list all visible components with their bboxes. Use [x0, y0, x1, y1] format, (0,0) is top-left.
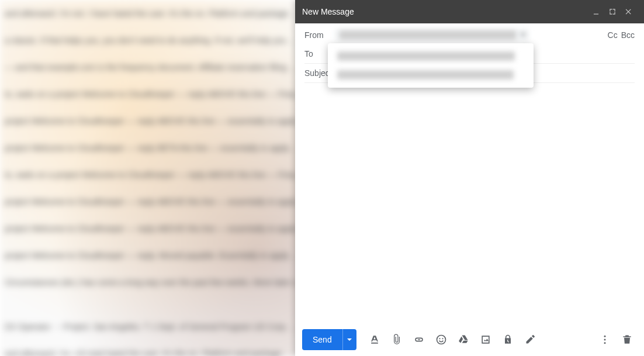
- more-vert-icon: [599, 334, 611, 345]
- compose-title: New Message: [302, 7, 588, 16]
- from-option[interactable]: redacted-contact <redacted.two@example.c…: [328, 65, 534, 84]
- fullscreen-icon: [608, 8, 617, 16]
- pen-icon: [524, 334, 536, 345]
- from-address-dropdown[interactable]: redacted-contact <redacted.one@example.c…: [328, 43, 534, 88]
- from-value[interactable]: redacted-sender <redacted@redacted.examp…: [335, 29, 608, 42]
- insert-link-button[interactable]: [409, 330, 429, 350]
- from-label: From: [304, 30, 335, 40]
- compose-toolbar: Send: [295, 323, 644, 356]
- bcc-toggle[interactable]: Bcc: [621, 30, 635, 40]
- minimize-icon: [592, 8, 600, 16]
- attach-button[interactable]: [387, 330, 407, 350]
- insert-photo-button[interactable]: [476, 330, 496, 350]
- text-format-icon: [369, 334, 380, 345]
- confidential-mode-button[interactable]: [498, 330, 518, 350]
- fullscreen-button[interactable]: [604, 4, 621, 20]
- paperclip-icon: [391, 334, 403, 345]
- svg-point-3: [604, 336, 606, 337]
- link-icon: [413, 334, 425, 345]
- compose-header-fields: From redacted-sender <redacted@redacted.…: [295, 23, 644, 83]
- svg-point-1: [439, 338, 440, 339]
- send-button[interactable]: Send: [302, 329, 342, 350]
- compose-titlebar: New Message: [295, 0, 644, 23]
- emoji-icon: [435, 334, 447, 345]
- from-field[interactable]: From redacted-sender <redacted@redacted.…: [304, 26, 635, 44]
- insert-emoji-button[interactable]: [431, 330, 451, 350]
- from-option[interactable]: redacted-contact <redacted.one@example.c…: [328, 47, 534, 65]
- minimize-button[interactable]: [588, 4, 604, 20]
- send-options-button[interactable]: [342, 329, 356, 350]
- formatting-button[interactable]: [365, 330, 385, 350]
- photo-icon: [480, 334, 491, 345]
- cc-toggle[interactable]: Cc: [608, 30, 618, 40]
- compose-body[interactable]: [295, 83, 644, 323]
- close-icon: [625, 8, 633, 16]
- svg-point-0: [437, 336, 445, 344]
- drive-icon: [458, 334, 469, 345]
- svg-point-2: [442, 338, 443, 339]
- send-button-group: Send: [302, 329, 356, 350]
- close-button[interactable]: [621, 4, 637, 20]
- more-options-button[interactable]: [595, 330, 615, 350]
- svg-point-4: [604, 339, 606, 341]
- insert-signature-button[interactable]: [520, 330, 540, 350]
- discard-draft-button[interactable]: [617, 330, 637, 350]
- insert-drive-button[interactable]: [453, 330, 473, 350]
- compose-window: New Message From redacted-sender <redact…: [295, 0, 644, 356]
- trash-icon: [621, 334, 633, 345]
- svg-point-5: [604, 342, 606, 344]
- lock-clock-icon: [502, 334, 514, 345]
